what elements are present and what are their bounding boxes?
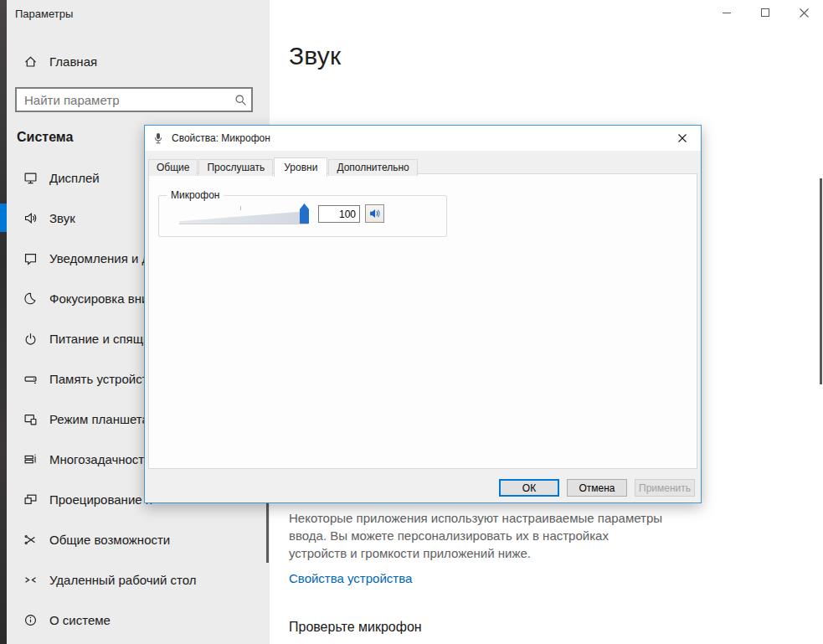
slider-tick [240, 206, 241, 210]
desktop-edge-strip [0, 0, 7, 644]
sidebar-item-about[interactable]: О системе [7, 600, 270, 640]
tablet-mode-icon [23, 412, 38, 426]
sidebar-item-label: Удаленный рабочий стол [49, 573, 196, 587]
multitasking-icon [23, 452, 38, 466]
slider-groove [179, 224, 308, 224]
dialog-buttons: ОК Отмена Применить [499, 479, 695, 497]
power-icon [23, 332, 38, 346]
sidebar-item-label: Главная [49, 54, 97, 69]
microphone-group-box: Микрофон [158, 195, 447, 237]
apply-button[interactable]: Применить [635, 479, 695, 497]
group-box-label: Микрофон [167, 189, 224, 201]
remote-desktop-icon [23, 573, 38, 587]
volume-value-input[interactable] [319, 206, 359, 222]
home-icon [23, 54, 38, 69]
display-icon [23, 171, 38, 185]
about-icon [23, 613, 38, 627]
sidebar-item-label: Питание и спящи [49, 332, 150, 346]
storage-icon [23, 372, 38, 386]
shared-experiences-icon [23, 533, 38, 547]
close-icon [800, 8, 809, 18]
selected-item-accent [0, 204, 7, 232]
settings-search-box[interactable] [15, 87, 253, 112]
sound-icon [23, 211, 38, 225]
sidebar-item-shared[interactable]: Общие возможности [7, 519, 270, 559]
page-title: Звук [289, 42, 341, 70]
minimize-icon [723, 13, 731, 13]
device-properties-link[interactable]: Свойства устройства [289, 571, 667, 585]
dialog-close-button[interactable] [663, 126, 701, 151]
notifications-icon [23, 251, 38, 265]
close-icon [678, 134, 687, 142]
sidebar-item-label: Проецирование н [49, 492, 152, 507]
sidebar-item-label: Многозадачность [49, 452, 151, 466]
microphone-properties-dialog: Свойства: Микрофон ОбщиеПрослушатьУровни… [144, 125, 702, 503]
sidebar-item-label: Фокусировка вни [49, 291, 148, 306]
sidebar-item-label: Звук [49, 211, 75, 225]
sidebar-item-label: Общие возможности [49, 533, 170, 547]
tab-listen[interactable]: Прослушать [198, 159, 273, 176]
sidebar-item-label: Уведомления и де [49, 251, 157, 265]
cancel-button[interactable]: Отмена [567, 479, 627, 497]
sidebar-scrollbar-thumb[interactable] [266, 503, 269, 563]
tab-general[interactable]: Общие [148, 159, 198, 176]
dialog-title: Свойства: Микрофон [172, 132, 270, 144]
sidebar-item-label: Память устройств [49, 372, 155, 386]
main-scrollbar-thumb[interactable] [820, 178, 822, 384]
sidebar-item-label: О системе [49, 613, 111, 627]
speaker-icon [368, 208, 381, 219]
microphone-icon [152, 132, 164, 145]
ok-button[interactable]: ОК [499, 479, 559, 497]
dialog-tab-strip: ОбщиеПрослушатьУровниДополнительно [148, 157, 419, 176]
minimize-button[interactable] [707, 0, 746, 25]
volume-value-box [318, 205, 360, 223]
tab-levels[interactable]: Уровни [274, 157, 327, 177]
sidebar-item-home[interactable]: Главная [7, 44, 270, 79]
sidebar-item-label: Режим планшета [49, 412, 149, 426]
focus-assist-icon [23, 291, 38, 306]
search-input[interactable] [17, 93, 229, 107]
input-description: Некоторые приложения используют настраив… [289, 509, 667, 562]
tab-advanced[interactable]: Дополнительно [328, 159, 417, 176]
window-controls [707, 0, 823, 25]
dialog-titlebar: Свойства: Микрофон [145, 126, 701, 151]
close-button[interactable] [784, 0, 823, 25]
maximize-button[interactable] [746, 0, 784, 25]
input-settings-section: Некоторые приложения используют настраив… [289, 509, 667, 635]
projecting-icon [23, 492, 38, 507]
sidebar-item-label: Дисплей [49, 171, 100, 185]
app-title: Параметры [15, 8, 73, 20]
search-icon[interactable] [229, 94, 251, 106]
test-microphone-heading: Проверьте микрофон [289, 620, 667, 635]
sidebar-item-remote[interactable]: Удаленный рабочий стол [7, 559, 270, 600]
mute-toggle-button[interactable] [365, 204, 384, 223]
volume-slider-thumb[interactable] [300, 204, 309, 224]
volume-slider-track[interactable] [179, 211, 308, 224]
sidebar-section-title: Система [17, 130, 73, 145]
maximize-icon [761, 8, 769, 17]
levels-tab-page: Микрофон [148, 173, 697, 469]
